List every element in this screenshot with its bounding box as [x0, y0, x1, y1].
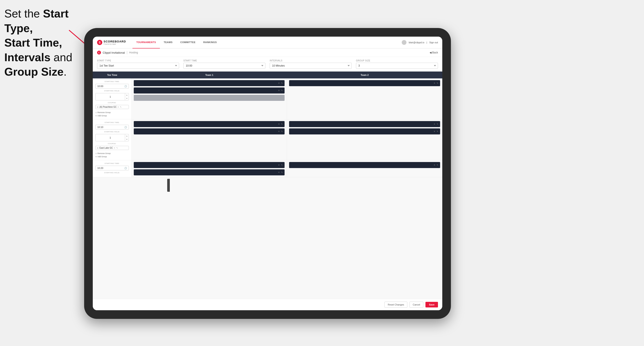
remove-group-2[interactable]: ○ Remove Group	[95, 152, 129, 155]
start-time-select[interactable]: 10:00 10:30	[184, 63, 265, 69]
hole-down-2[interactable]: ▼	[125, 138, 128, 141]
controls-row: Start Type 1st Tee Start Shotgun Start S…	[93, 57, 442, 72]
table-header: Tee Time Team 1 Team 2	[93, 72, 442, 78]
player-edit[interactable]: ✎	[281, 123, 283, 125]
cancel-button[interactable]: Cancel	[410, 302, 423, 308]
player-row: ✕ ✎	[134, 169, 284, 175]
starting-hole-stepper-1[interactable]: 1 ▲ ▼	[95, 93, 129, 100]
player-x[interactable]: ✕	[434, 130, 435, 133]
player-edit[interactable]: ✎	[281, 171, 283, 173]
start-time-label: Start Time	[184, 59, 265, 62]
start-type-group: Start Type 1st Tee Start Shotgun Start	[97, 59, 179, 69]
player-x[interactable]: ✕	[434, 123, 435, 125]
intervals-select[interactable]: 10 Minutes 8 Minutes	[270, 63, 352, 69]
course-name-2: East Lake GC	[100, 147, 113, 149]
starting-time-input-3[interactable]: 10:20 🕐	[95, 166, 129, 171]
group-3-meta: STARTING TIME: 10:20 🕐 STARTING HOLE:	[95, 163, 129, 174]
course-label-2: COURSE:	[95, 143, 129, 145]
player-row: ✕ ✎	[134, 128, 284, 135]
player-edit[interactable]: ✎	[437, 164, 438, 166]
sub-header: C Clippd Invitational | Hosting ◀ Back	[93, 48, 442, 57]
logo-main-text: SCOREBOARD	[104, 40, 126, 43]
player-edit[interactable]: ✎	[281, 82, 283, 84]
player-edit[interactable]: ✎	[437, 82, 438, 84]
player-x[interactable]: ✕	[434, 82, 435, 84]
logo-sub-text: Powered by clippd	[104, 43, 126, 45]
player-x[interactable]: ✕	[278, 164, 280, 166]
group-1-teams: ✕ ✎ ✕ ✎ ✕ ✎	[132, 78, 442, 119]
add-group-1[interactable]: + Add Group	[95, 114, 129, 117]
group-size-group: Group Size 3 4	[356, 59, 438, 69]
player-x[interactable]: ✕	[278, 123, 280, 125]
player-edit[interactable]: ✎	[281, 89, 283, 92]
col-tee-time: Tee Time	[93, 72, 132, 78]
col-team1: Team 1	[132, 72, 287, 78]
sub-header-logo: C	[97, 51, 101, 54]
group-row: STARTING TIME: 10:20 🕐 STARTING HOLE: ✕ …	[93, 160, 442, 177]
starting-time-label-1: STARTING TIME:	[95, 81, 129, 83]
clock-icon-2: 🕐	[124, 126, 127, 128]
user-email: blair@clippd.io	[408, 41, 424, 44]
player-row: ✕ ✎	[289, 128, 440, 135]
hole-down-1[interactable]: ▼	[125, 97, 128, 100]
player-edit[interactable]: ✎	[437, 130, 438, 133]
bold-group-size: Group Size	[4, 65, 64, 78]
player-edit[interactable]: ✎	[281, 164, 283, 166]
player-x[interactable]: ✕	[278, 82, 280, 84]
intervals-label: Intervals	[270, 59, 352, 62]
logo-icon: S	[97, 40, 102, 45]
player-x[interactable]: ✕	[278, 171, 280, 173]
tab-committee[interactable]: COMMITTEE	[176, 37, 200, 48]
group-2-left: STARTING TIME: 10:10 🕐 STARTING HOLE: 1 …	[93, 119, 132, 160]
hole-up-1[interactable]: ▲	[125, 93, 128, 97]
bold-start-type: Start Type,	[4, 7, 68, 34]
starting-time-label-3: STARTING TIME:	[95, 163, 129, 164]
course-tag-1: ⊞ (A) Peachtree GC ✕ ✎	[95, 105, 129, 109]
group-1-team1: ✕ ✎ ✕ ✎	[132, 78, 287, 119]
course-edit-2[interactable]: ✎	[116, 147, 118, 149]
bold-start-time: Start Time,	[4, 36, 62, 49]
group-size-label: Group Size	[356, 59, 438, 62]
course-remove-2[interactable]: ✕	[114, 147, 116, 149]
player-edit[interactable]: ✎	[437, 123, 438, 125]
course-remove-1[interactable]: ✕	[117, 106, 119, 108]
table-content: STARTING TIME: 10:00 🕐 STARTING HOLE: 1 …	[93, 78, 442, 299]
group-row: STARTING TIME: 10:00 🕐 STARTING HOLE: 1 …	[93, 78, 442, 119]
starting-hole-label-3: STARTING HOLE:	[95, 172, 129, 174]
tab-rankings[interactable]: RANKINGS	[199, 37, 221, 48]
group-3-team1: ✕ ✎ ✕ ✎	[132, 160, 287, 177]
starting-time-input-2[interactable]: 10:10 🕐	[95, 125, 129, 130]
save-button[interactable]: Save	[426, 302, 438, 308]
back-button[interactable]: ◀ Back	[430, 51, 438, 54]
reset-button[interactable]: Reset Changes	[384, 302, 407, 308]
tab-teams[interactable]: TEAMS	[160, 37, 176, 48]
tablet-frame: S SCOREBOARD Powered by clippd TOURNAMEN…	[84, 28, 451, 319]
footer: Reset Changes Cancel Save	[93, 299, 442, 310]
sign-out-link[interactable]: Sign out	[429, 41, 438, 44]
player-x[interactable]: ✕	[278, 130, 280, 133]
group-3-team2: ✕ ✎	[287, 160, 442, 177]
hole-up-2[interactable]: ▲	[125, 134, 128, 138]
remove-group-1[interactable]: ○ Remove Group	[95, 111, 129, 114]
start-type-select[interactable]: 1st Tee Start Shotgun Start	[97, 63, 179, 69]
breadcrumb-separator: |	[127, 51, 128, 54]
clock-icon-3: 🕐	[124, 167, 127, 169]
player-x[interactable]: ✕	[278, 89, 280, 92]
group-size-select[interactable]: 3 4	[356, 63, 438, 69]
course-edit-1[interactable]: ✎	[120, 106, 122, 108]
starting-hole-stepper-2[interactable]: 1 ▲ ▼	[95, 134, 129, 141]
col-team2: Team 2	[287, 72, 442, 78]
group-3-left: STARTING TIME: 10:20 🕐 STARTING HOLE:	[93, 160, 132, 177]
instruction-text: Set the Start Type, Start Time, Interval…	[4, 6, 95, 79]
starting-hole-label-2: STARTING HOLE:	[95, 131, 129, 133]
add-group-2[interactable]: + Add Group	[95, 155, 129, 158]
breadcrumb-section: Hosting	[129, 51, 138, 54]
start-type-label: Start Type	[97, 59, 179, 62]
tablet-screen: S SCOREBOARD Powered by clippd TOURNAMEN…	[93, 37, 442, 310]
player-row: ✕ ✎	[134, 80, 284, 86]
player-x[interactable]: ✕	[434, 164, 435, 166]
action-links-1: ○ Remove Group + Add Group	[95, 111, 129, 117]
player-edit[interactable]: ✎	[281, 130, 283, 133]
tab-tournaments[interactable]: TOURNAMENTS	[132, 37, 160, 48]
starting-time-input-1[interactable]: 10:00 🕐	[95, 84, 129, 89]
